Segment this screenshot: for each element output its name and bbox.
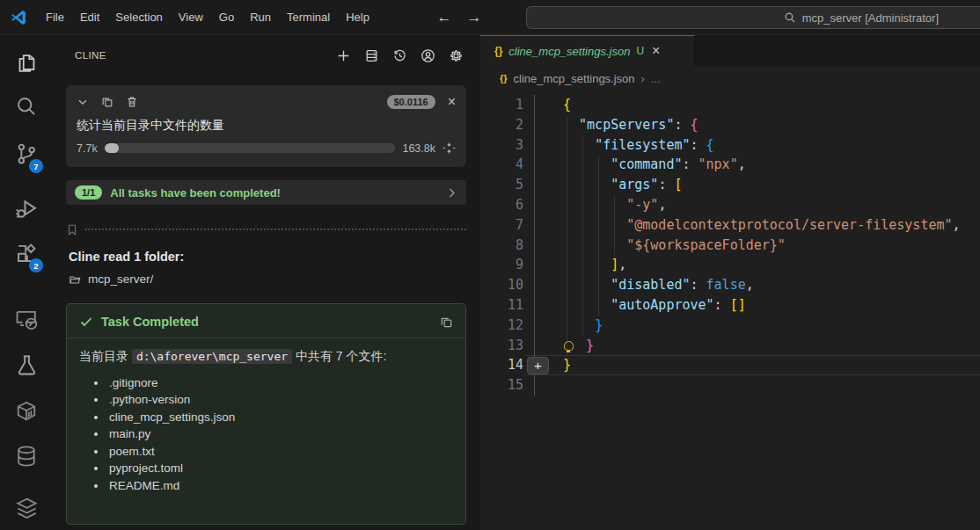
json-file-icon: {} (494, 45, 502, 57)
line-number: 4 (480, 155, 523, 175)
settings-gear-icon[interactable] (449, 48, 464, 63)
check-icon (79, 315, 93, 329)
package-cube-icon[interactable] (0, 396, 53, 426)
code-line[interactable]: 6 "-y", (480, 195, 980, 215)
task-completed-box: Task Completed 当前目录 d:\aforever\mcp_serv… (66, 303, 466, 525)
new-task-icon[interactable] (336, 48, 351, 63)
code-line[interactable]: 7 "@modelcontextprotocol/server-filesyst… (480, 215, 980, 236)
context-progress-fill (105, 143, 120, 153)
menu-item-edit[interactable]: Edit (72, 6, 107, 28)
vscode-window: FileEditSelectionViewGoRunTerminalHelp ←… (0, 0, 980, 530)
mcp-servers-icon[interactable] (364, 48, 379, 63)
lightbulb-icon[interactable] (564, 341, 574, 351)
read-folder-row[interactable]: mcp_server/ (69, 272, 153, 286)
account-icon[interactable] (421, 48, 435, 63)
task-completed-header: Task Completed (79, 315, 453, 329)
json-file-icon: {} (500, 73, 508, 83)
code-line[interactable]: 5 "args": [ (480, 175, 980, 195)
testing-flask-icon[interactable] (0, 350, 53, 380)
menu-item-selection[interactable]: Selection (107, 6, 170, 28)
tab-label: cline_mcp_settings.json (508, 45, 630, 58)
task-count-badge: 1/1 (75, 185, 102, 200)
line-number: 5 (480, 175, 523, 195)
menu-item-terminal[interactable]: Terminal (279, 6, 338, 28)
explorer-icon[interactable] (0, 48, 53, 78)
menu-item-view[interactable]: View (171, 6, 211, 28)
panel-header: CLINE (53, 44, 480, 67)
breadcrumb-more[interactable]: ... (651, 72, 661, 85)
code-line[interactable]: 3 "filesystem": { (480, 135, 980, 156)
tab-bar: {} cline_mcp_settings.json U × (480, 35, 980, 66)
add-to-cline-button[interactable]: + (527, 357, 549, 374)
menu-item-go[interactable]: Go (211, 6, 242, 28)
code-line[interactable]: 13 } (480, 336, 980, 356)
copy-task-icon[interactable] (101, 96, 113, 108)
context-progress-bar (105, 143, 396, 153)
code-line[interactable]: 14} (480, 355, 980, 375)
directory-path-chip: d:\aforever\mcp_server (132, 349, 292, 364)
completed-divider (67, 338, 465, 338)
bookmark-icon[interactable] (66, 223, 78, 236)
context-window-progress: 7.7k 163.8k (77, 142, 456, 155)
code-line[interactable]: 11 "autoApprove": [] (480, 295, 980, 316)
file-list-item: poem.txt (107, 443, 453, 461)
close-tab-icon[interactable]: × (652, 44, 660, 58)
file-list-item: .gitignore (107, 374, 453, 392)
database-icon[interactable] (0, 441, 53, 471)
chevron-right-icon[interactable] (446, 187, 457, 199)
chevron-down-icon[interactable] (77, 96, 89, 108)
run-debug-icon[interactable] (0, 193, 53, 223)
back-arrow-icon[interactable]: ← (435, 9, 453, 26)
search-view-icon[interactable] (0, 91, 53, 121)
banner-message: All tasks have been completed! (110, 186, 281, 200)
breadcrumb-separator-icon: › (641, 72, 645, 85)
code-line[interactable]: 12 } (480, 316, 980, 336)
tab-cline-mcp-settings[interactable]: {} cline_mcp_settings.json U × (480, 35, 695, 66)
layers-icon[interactable] (0, 493, 53, 523)
file-list-item: pyproject.toml (107, 460, 453, 477)
line-number: 11 (480, 295, 523, 316)
forward-arrow-icon[interactable]: → (465, 9, 483, 26)
code-line[interactable]: 2 "mcpServers": { (480, 115, 980, 135)
delete-task-icon[interactable] (126, 96, 138, 108)
command-center-search[interactable]: mcp_server [Administrator] (526, 6, 980, 29)
summary-suffix: 中共有 7 个文件: (296, 349, 386, 363)
checkpoint-divider (66, 222, 466, 236)
editor-group: {} cline_mcp_settings.json U × {} cline_… (480, 35, 980, 530)
history-icon[interactable] (392, 48, 407, 63)
menu-item-help[interactable]: Help (338, 6, 377, 28)
line-number: 14 (480, 355, 523, 375)
panel-actions (336, 48, 464, 63)
breadcrumb[interactable]: {} cline_mcp_settings.json › ... (480, 66, 980, 91)
menu-bar: FileEditSelectionViewGoRunTerminalHelp (38, 6, 377, 28)
code-line[interactable]: 15 (480, 375, 980, 396)
line-number: 15 (480, 375, 523, 396)
search-icon (784, 11, 796, 24)
remote-explorer-icon[interactable] (0, 303, 53, 333)
code-line[interactable]: 1{ (480, 95, 980, 115)
file-list: .gitignore.python-versioncline_mcp_setti… (79, 374, 453, 495)
code-line[interactable]: 9 ], (480, 255, 980, 275)
code-line[interactable]: 8 "${workspaceFolder}" (480, 236, 980, 256)
breadcrumb-file[interactable]: cline_mcp_settings.json (514, 72, 635, 85)
untracked-badge: U (636, 45, 644, 57)
line-number: 2 (480, 115, 523, 135)
activity-bar: 7 2 (0, 35, 53, 530)
line-number: 9 (480, 255, 523, 275)
extensions-icon[interactable]: 2 (0, 238, 53, 268)
source-control-icon[interactable]: 7 (0, 139, 53, 169)
copy-result-icon[interactable] (440, 316, 453, 329)
menu-item-file[interactable]: File (38, 6, 72, 28)
line-number: 7 (480, 215, 523, 236)
line-number: 10 (480, 275, 523, 295)
code-editor[interactable]: 1{2 "mcpServers": {3 "filesystem": {4 "c… (480, 95, 980, 530)
task-completed-title: Task Completed (101, 315, 199, 329)
code-line[interactable]: 4 "command": "npx", (480, 155, 980, 175)
title-bar: FileEditSelectionViewGoRunTerminalHelp ←… (0, 0, 980, 35)
collapse-context-icon[interactable] (442, 142, 456, 155)
close-task-icon[interactable]: × (448, 95, 456, 109)
menu-item-run[interactable]: Run (242, 6, 279, 28)
code-line[interactable]: 10 "disabled": false, (480, 275, 980, 295)
folder-name: mcp_server/ (88, 272, 153, 286)
tasks-completed-banner[interactable]: 1/1 All tasks have been completed! (66, 180, 466, 205)
